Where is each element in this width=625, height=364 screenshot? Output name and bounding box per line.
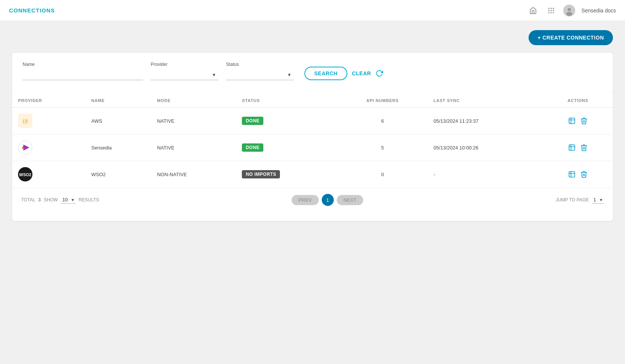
cell-actions xyxy=(543,134,613,161)
table-row: Sensedia NATIVE DONE 5 05/13/2024 10:00:… xyxy=(12,134,613,161)
filter-provider-label: Provider xyxy=(151,62,219,67)
svg-point-11 xyxy=(566,12,572,16)
svg-point-4 xyxy=(550,10,552,11)
show-label: SHOW xyxy=(44,197,58,203)
create-connection-button[interactable]: + CREATE CONNECTION xyxy=(529,30,613,45)
view-action-button[interactable] xyxy=(567,169,577,180)
svg-rect-28 xyxy=(569,172,575,177)
status-badge: NO IMPORTS xyxy=(242,170,280,178)
cell-mode: NON-NATIVE xyxy=(151,161,236,188)
cell-mode: NATIVE xyxy=(151,108,236,134)
main-content: + CREATE CONNECTION Name Provider AWS xyxy=(0,21,625,230)
status-select-wrapper: DONE NO IMPORTS ▼ xyxy=(226,69,294,80)
pagination-left: TOTAL 3 SHOW 10 25 50 ▼ RESULTS xyxy=(21,196,99,204)
table-header: PROVIDER NAME MODE STATUS API NUMBERS LA… xyxy=(12,92,613,108)
home-icon[interactable] xyxy=(527,5,539,17)
status-select[interactable]: DONE NO IMPORTS xyxy=(226,69,294,80)
cell-last-sync: 05/13/2024 10:00:26 xyxy=(428,134,543,161)
col-provider: PROVIDER xyxy=(12,92,85,108)
delete-action-button[interactable] xyxy=(579,142,589,153)
svg-point-1 xyxy=(550,8,552,9)
jump-select[interactable]: 1 xyxy=(592,196,604,204)
search-button[interactable]: SEARCH xyxy=(304,67,347,80)
jump-select-wrapper: 1 ▼ xyxy=(592,196,604,204)
name-input[interactable] xyxy=(23,69,143,80)
table-body: {} ⚡ AWS NATIVE DONE 6 05/13/2024 11:23:… xyxy=(12,108,613,188)
page-1-button[interactable]: 1 xyxy=(322,194,334,206)
svg-text:WSO2: WSO2 xyxy=(19,172,31,177)
filter-actions: SEARCH CLEAR xyxy=(304,67,383,80)
cell-status: DONE xyxy=(236,108,338,134)
filter-panel: Name Provider AWS Sensedia WSO2 ▼ xyxy=(12,53,613,92)
view-action-button[interactable] xyxy=(567,116,577,126)
cell-provider xyxy=(12,134,85,161)
cell-status: DONE xyxy=(236,134,338,161)
grid-icon[interactable] xyxy=(545,5,557,17)
avatar[interactable] xyxy=(563,5,575,17)
delete-action-button[interactable] xyxy=(579,116,589,126)
wso2-logo-icon: WSO2 xyxy=(18,167,32,181)
header-left: CONNECTIONS xyxy=(9,7,55,14)
header-right: Sensedia docs xyxy=(527,5,616,17)
cell-actions xyxy=(543,161,613,188)
top-actions: + CREATE CONNECTION xyxy=(12,30,613,45)
svg-point-3 xyxy=(549,10,550,11)
show-select-wrapper: 10 25 50 ▼ xyxy=(61,196,76,204)
provider-select-wrapper: AWS Sensedia WSO2 ▼ xyxy=(151,69,219,80)
show-select[interactable]: 10 25 50 xyxy=(61,196,76,204)
clear-button[interactable]: CLEAR xyxy=(352,70,371,76)
table-row: WSO2 WSO2 NON-NATIVE NO IMPORTS 0 - xyxy=(12,161,613,188)
cell-api-numbers: 0 xyxy=(338,161,428,188)
svg-point-0 xyxy=(549,8,550,9)
col-actions: ACTIONS xyxy=(543,92,613,108)
svg-point-22 xyxy=(22,146,24,149)
status-badge: DONE xyxy=(242,117,263,125)
delete-action-button[interactable] xyxy=(579,169,589,180)
svg-point-5 xyxy=(553,10,554,11)
filter-name-label: Name xyxy=(23,62,143,67)
svg-point-6 xyxy=(549,12,550,13)
cell-actions xyxy=(543,108,613,134)
pagination-bar: TOTAL 3 SHOW 10 25 50 ▼ RESULTS PREV xyxy=(12,187,613,212)
cell-name: AWS xyxy=(85,108,151,134)
cell-api-numbers: 6 xyxy=(338,108,428,134)
svg-rect-23 xyxy=(569,145,575,151)
header: CONNECTIONS Sensedia docs xyxy=(0,0,625,21)
col-status: STATUS xyxy=(236,92,338,108)
cell-status: NO IMPORTS xyxy=(236,161,338,188)
table-row: {} ⚡ AWS NATIVE DONE 6 05/13/2024 11:23:… xyxy=(12,108,613,134)
filter-status-label: Status xyxy=(226,62,294,67)
svg-point-10 xyxy=(568,8,571,11)
docs-link[interactable]: Sensedia docs xyxy=(581,8,616,14)
filter-status-group: Status DONE NO IMPORTS ▼ xyxy=(226,62,294,80)
view-action-button[interactable] xyxy=(567,142,577,153)
col-api-numbers: API NUMBERS xyxy=(338,92,428,108)
filter-name-group: Name xyxy=(23,62,143,80)
total-label: TOTAL xyxy=(21,197,35,203)
svg-point-8 xyxy=(553,12,554,13)
cell-last-sync: - xyxy=(428,161,543,188)
aws-logo-icon: {} ⚡ xyxy=(18,114,32,128)
cell-provider: {} ⚡ xyxy=(12,108,85,134)
connections-table: PROVIDER NAME MODE STATUS API NUMBERS LA… xyxy=(12,92,613,187)
provider-select[interactable]: AWS Sensedia WSO2 xyxy=(151,69,219,80)
filter-row: Name Provider AWS Sensedia WSO2 ▼ xyxy=(23,62,602,80)
svg-rect-15 xyxy=(569,118,575,124)
filter-provider-group: Provider AWS Sensedia WSO2 ▼ xyxy=(151,62,219,80)
jump-label: JUMP TO PAGE xyxy=(556,197,589,203)
col-last-sync: LAST SYNC xyxy=(428,92,543,108)
cell-name: WSO2 xyxy=(85,161,151,188)
cell-name: Sensedia xyxy=(85,134,151,161)
app-title: CONNECTIONS xyxy=(9,7,55,14)
cell-last-sync: 05/13/2024 11:23:37 xyxy=(428,108,543,134)
pagination-center: PREV 1 NEXT xyxy=(292,194,363,206)
total-count: 3 xyxy=(38,197,41,203)
results-label: RESULTS xyxy=(79,197,99,203)
status-badge: DONE xyxy=(242,143,263,152)
refresh-button[interactable] xyxy=(376,70,383,77)
next-button: NEXT xyxy=(337,195,364,205)
col-mode: MODE xyxy=(151,92,236,108)
svg-point-7 xyxy=(550,12,552,13)
cell-api-numbers: 5 xyxy=(338,134,428,161)
sensedia-logo-icon xyxy=(18,140,32,155)
